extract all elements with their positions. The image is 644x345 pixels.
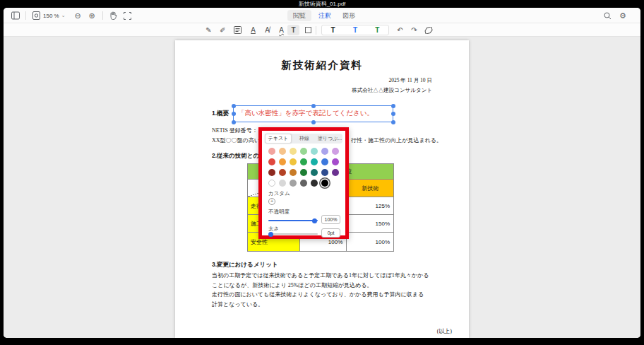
section3-paragraph: 当初の工期予定では従来技術であると予定工期である1年に対してほぼ1年丸々かかる … [212, 271, 429, 309]
redo-icon[interactable]: ↷ [409, 25, 419, 35]
selection-handle[interactable] [391, 112, 395, 116]
color-swatch[interactable] [321, 180, 328, 187]
selection-handle[interactable] [311, 120, 316, 124]
selection-handle[interactable] [232, 120, 236, 124]
chevron-down-icon: ⌄ [61, 13, 66, 18]
add-custom-color-icon[interactable]: + [268, 198, 275, 205]
netis-line: NETIS 登録番号： [212, 127, 258, 134]
selection-handle[interactable] [391, 104, 395, 108]
paragraph-line: 走行性の面においても従来技術よりよくなっており、かかる費用も予算内に収まる [212, 290, 429, 300]
color-swatch[interactable] [332, 158, 339, 165]
color-swatch[interactable] [300, 158, 307, 165]
color-swatch[interactable] [268, 180, 275, 187]
eraser-icon[interactable] [423, 25, 434, 35]
zoom-in-icon[interactable]: ⊕ [87, 11, 97, 21]
pdf-page[interactable]: 新技術紹介資料 2025 年 11 月 10 日 株式会社△△建設コンサルタント… [175, 40, 469, 338]
page-view-icon[interactable] [31, 11, 41, 21]
underline-text-icon[interactable]: A [248, 25, 258, 35]
row-value-new: 150% [347, 215, 394, 233]
annotation-selection-box[interactable]: 「高い水密性」を赤字で表記してください。 [233, 105, 393, 122]
opacity-slider[interactable] [268, 220, 318, 221]
thickness-value[interactable]: 0pt [321, 228, 340, 238]
doc-company: 株式会社△△建設コンサルタント [352, 87, 432, 94]
section3-heading: 3.変更におけるメリット [212, 261, 278, 269]
annotation-red-text[interactable]: 「高い水密性」を赤字で表記してください。 [238, 106, 374, 121]
rectangle-tool-icon[interactable] [303, 25, 314, 35]
opacity-value[interactable]: 100% [321, 215, 340, 224]
color-swatch[interactable] [332, 148, 339, 155]
note-icon[interactable] [232, 25, 243, 35]
sidebar-toggle-icon[interactable] [11, 11, 20, 21]
selection-handle[interactable] [311, 104, 316, 108]
selection-handle[interactable] [232, 112, 236, 116]
strikethrough-text-icon[interactable]: A̸ [262, 25, 273, 35]
color-swatch[interactable] [311, 169, 318, 176]
thickness-slider-knob[interactable] [268, 232, 273, 237]
color-swatch[interactable] [279, 169, 286, 176]
table-col-new-tech: 新技術 [347, 180, 394, 197]
popup-tab-border[interactable]: 枠線 [292, 134, 317, 144]
color-swatch[interactable] [300, 180, 307, 187]
color-swatch[interactable] [321, 169, 328, 176]
gear-icon[interactable]: ⚙ [618, 11, 628, 21]
row-value-new: 100% [347, 233, 394, 252]
preset-green-text[interactable]: T [375, 26, 379, 34]
color-swatch[interactable] [290, 180, 297, 187]
hand-pan-icon[interactable] [108, 11, 118, 21]
window-title: 新技術資料_01.pdf [0, 0, 644, 8]
pen-icon[interactable]: ✎ [203, 25, 214, 35]
popup-tab-fill[interactable]: 塗りつぶ... [317, 134, 342, 144]
tab-shapes[interactable]: 図形 [337, 10, 361, 21]
color-swatch[interactable] [321, 148, 328, 155]
annotation-toolbar: ✎ ✐ A A̸ A T T T T ↶ ↷ [4, 23, 640, 37]
select-area-icon[interactable] [122, 11, 132, 21]
opacity-slider-knob[interactable] [312, 218, 317, 223]
undo-icon[interactable]: ↶ [395, 25, 405, 35]
text-style-presets: T T T [321, 25, 389, 35]
document-canvas[interactable]: 新技術紹介資料 2025 年 11 月 10 日 株式会社△△建設コンサルタント… [4, 37, 640, 338]
color-swatch[interactable] [290, 148, 297, 155]
color-swatch[interactable] [268, 158, 275, 165]
highlighter-icon[interactable]: ✐ [217, 25, 228, 35]
color-swatch[interactable] [300, 169, 307, 176]
color-swatch[interactable] [279, 180, 286, 187]
color-swatch[interactable] [268, 148, 275, 155]
color-swatch[interactable] [279, 148, 286, 155]
color-swatch[interactable] [300, 148, 307, 155]
color-swatch[interactable] [321, 158, 328, 165]
preset-blue-text[interactable]: T [353, 26, 357, 34]
color-swatch[interactable] [279, 158, 286, 165]
paragraph-line: 計算となっている。 [212, 300, 429, 310]
doc-footer: (以上) [437, 327, 452, 335]
search-icon[interactable] [602, 11, 612, 21]
color-swatch[interactable] [311, 148, 318, 155]
swatch-row [268, 169, 339, 176]
zoom-level: 150 % [43, 13, 59, 19]
text-color-tool-icon[interactable]: T [287, 25, 299, 35]
selection-handle[interactable] [391, 120, 395, 124]
body-line-right: 行性・施工性の向上が見込まれる。 [351, 136, 442, 144]
zoom-out-icon[interactable]: ⊖ [73, 11, 83, 21]
color-swatch[interactable] [332, 169, 339, 176]
divider [316, 26, 316, 35]
swatch-row [268, 158, 339, 165]
row-value-new: 125% [347, 197, 394, 215]
color-swatch[interactable] [311, 180, 318, 187]
tab-view[interactable]: 閲覧 [287, 10, 311, 21]
zoom-control[interactable]: 150 % ⌄ [43, 11, 66, 21]
preset-black-text[interactable]: T [331, 26, 335, 34]
section1-heading: 1.概要 [212, 110, 229, 118]
popup-tab-text[interactable]: テキスト [265, 134, 292, 144]
swatch-row [268, 180, 328, 187]
selection-handle[interactable] [232, 104, 236, 108]
paragraph-line: ことになるが、新技術により 25%ほどの工期短縮が見込める。 [212, 281, 429, 291]
color-swatch[interactable] [311, 158, 318, 165]
color-swatch[interactable] [268, 169, 275, 176]
tab-annotate[interactable]: 注釈 [313, 10, 337, 21]
swatch-row [268, 148, 339, 155]
thickness-slider[interactable] [268, 233, 318, 235]
color-swatch[interactable] [290, 169, 297, 176]
squiggly-underline-icon[interactable]: A [276, 25, 287, 35]
color-swatch[interactable] [290, 158, 297, 165]
opacity-label: 不透明度 [268, 209, 290, 216]
